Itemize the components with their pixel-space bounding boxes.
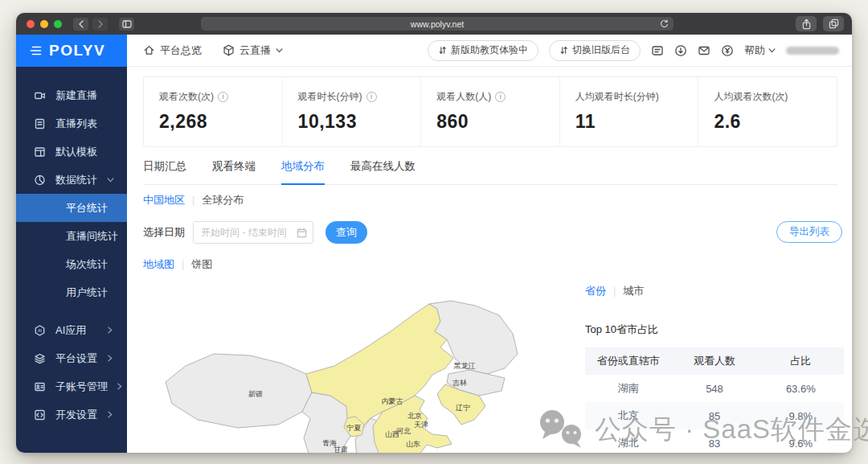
nav-cloud-live[interactable]: 云直播 <box>223 43 283 58</box>
sidebar-item-developer-settings[interactable]: 开发设置 <box>16 400 127 429</box>
nav-platform-overview[interactable]: 平台总览 <box>143 43 202 58</box>
map-label: 甘肃 <box>334 446 348 453</box>
chevron-down-icon <box>107 178 114 183</box>
list-icon <box>34 118 46 129</box>
close-window-button[interactable] <box>27 20 35 28</box>
sidebar-item-ai-apps[interactable]: AI AI应用 <box>16 316 127 344</box>
map-label: 内蒙古 <box>382 397 403 405</box>
map-label: 天津 <box>414 421 428 429</box>
scope-global-link[interactable]: 全球分布 <box>202 193 244 207</box>
date-range-field[interactable] <box>201 227 296 238</box>
help-menu[interactable]: 帮助 <box>744 43 776 58</box>
browser-chrome: www.polyv.net <box>16 13 852 35</box>
map-label: 黑龙江 <box>454 362 476 370</box>
map-label: 北京 <box>407 412 422 420</box>
desktop-background: www.polyv.net POLYV <box>0 0 868 464</box>
main-content: 观看次数(次)i 2,268 观看时长(分钟)i 10,133 观看人数(人)i… <box>127 67 852 453</box>
sidebar-subitem-room-statistics[interactable]: 直播间统计 <box>16 222 127 250</box>
account-name-redacted[interactable] <box>786 47 839 55</box>
polyv-logo[interactable]: POLYV <box>16 35 127 67</box>
switch-old-version-pill-button[interactable]: 切换旧版后台 <box>549 40 641 61</box>
stat-value: 2,268 <box>159 111 282 133</box>
toggle-province-link[interactable]: 省份 <box>585 284 606 298</box>
svg-text:AI: AI <box>38 328 43 333</box>
browser-window: www.polyv.net POLYV <box>16 13 852 453</box>
sidebar-item-platform-settings[interactable]: 平台设置 <box>16 344 127 372</box>
chevron-down-icon <box>276 48 283 53</box>
share-icon[interactable] <box>796 16 817 31</box>
date-range-input[interactable] <box>193 221 313 244</box>
col-header-viewers: 观看人数 <box>671 354 757 368</box>
export-list-button[interactable]: 导出列表 <box>776 221 842 243</box>
tab-region-distribution[interactable]: 地域分布 <box>281 159 325 184</box>
app-top-nav: 平台总览 云直播 新版助教页体验中 <box>127 35 852 66</box>
code-icon <box>34 409 46 421</box>
info-icon[interactable]: i <box>366 92 377 102</box>
table-row: 北京 85 9.8% <box>585 402 844 429</box>
info-icon[interactable]: i <box>218 92 228 102</box>
stats-summary-card: 观看次数(次)i 2,268 观看时长(分钟)i 10,133 观看人数(人)i… <box>143 76 837 147</box>
ai-hexagon-icon: AI <box>34 325 46 336</box>
tab-date-summary[interactable]: 日期汇总 <box>143 159 186 184</box>
map-label: 吉林 <box>452 379 467 387</box>
sidebar-subitem-user-statistics[interactable]: 用户统计 <box>16 278 127 306</box>
sidebar-subitem-session-statistics[interactable]: 场次统计 <box>16 250 127 278</box>
chevron-right-icon <box>108 355 113 362</box>
stat-view-count: 观看次数(次)i 2,268 <box>144 77 282 146</box>
sidebar-item-live-list[interactable]: 直播列表 <box>16 109 127 138</box>
sidebar-item-new-live[interactable]: 新建直播 <box>16 81 127 109</box>
sidebar-item-subaccount-management[interactable]: 子账号管理 <box>16 372 127 400</box>
statistics-tabs: 日期汇总 观看终端 地域分布 最高在线人数 <box>143 159 837 185</box>
download-icon[interactable] <box>674 44 687 57</box>
view-pie-link[interactable]: 饼图 <box>191 257 212 272</box>
query-button[interactable]: 查询 <box>326 221 367 244</box>
mail-icon[interactable] <box>698 44 710 57</box>
view-toggle: 地域图 | 饼图 <box>143 257 212 272</box>
minimize-window-button[interactable] <box>40 20 48 28</box>
sidebar-item-data-statistics[interactable]: 数据统计 <box>16 166 127 194</box>
app-body: 新建直播 直播列表 默认模板 <box>16 67 852 453</box>
chevron-right-icon <box>108 411 113 418</box>
home-icon <box>143 44 155 56</box>
stat-viewer-count: 观看人数(人)i 860 <box>420 77 559 146</box>
date-filter-row: 选择日期 查询 <box>143 221 367 244</box>
zoom-window-button[interactable] <box>54 20 62 28</box>
sort-arrows-icon <box>438 46 447 55</box>
template-icon <box>34 146 46 158</box>
id-card-icon <box>34 381 46 392</box>
forward-button[interactable] <box>92 18 108 31</box>
map-label: 辽宁 <box>456 404 470 412</box>
stat-value: 10,133 <box>298 111 421 133</box>
tab-device[interactable]: 观看终端 <box>212 159 256 184</box>
map-label: 宁夏 <box>346 424 361 432</box>
ranking-title: Top 10省市占比 <box>585 322 844 337</box>
toggle-city-link[interactable]: 城市 <box>623 284 644 298</box>
date-filter-label: 选择日期 <box>143 225 185 240</box>
stat-avg-views: 人均观看次数(次) 2.6 <box>698 77 837 146</box>
document-icon[interactable] <box>651 44 664 57</box>
reload-icon[interactable] <box>660 19 669 28</box>
balance-icon[interactable] <box>721 44 734 57</box>
china-region-map[interactable]: 新疆 内蒙古 黑龙江 吉林 辽宁 北京 天津 河北 山西 山东 宁夏 青海 <box>141 298 527 453</box>
sidebar: 新建直播 直播列表 默认模板 <box>16 67 127 453</box>
table-row: 湖北 83 9.6% <box>585 429 844 453</box>
sidebar-toggle-icon[interactable] <box>119 18 134 31</box>
menu-collapse-icon[interactable] <box>30 46 42 55</box>
back-button[interactable] <box>73 18 88 31</box>
sort-arrows-icon <box>559 46 568 55</box>
sidebar-subitem-platform-statistics[interactable]: 平台统计 <box>16 194 127 222</box>
new-version-pill-button[interactable]: 新版助教页体验中 <box>428 40 538 61</box>
info-icon[interactable]: i <box>495 92 506 102</box>
view-map-link[interactable]: 地域图 <box>143 257 174 272</box>
tab-max-online[interactable]: 最高在线人数 <box>350 159 416 184</box>
sidebar-item-default-template[interactable]: 默认模板 <box>16 138 127 166</box>
tabs-overview-icon[interactable] <box>823 16 844 31</box>
scope-china-link[interactable]: 中国地区 <box>143 193 185 207</box>
layers-icon <box>34 353 46 364</box>
url-bar[interactable]: www.polyv.net <box>201 17 674 31</box>
stat-value: 2.6 <box>714 111 837 133</box>
chrome-right-buttons <box>796 16 844 31</box>
table-row: 湖南 548 63.6% <box>585 375 844 402</box>
pie-chart-icon <box>34 175 46 186</box>
app-header: POLYV 平台总览 云直播 <box>16 35 852 67</box>
